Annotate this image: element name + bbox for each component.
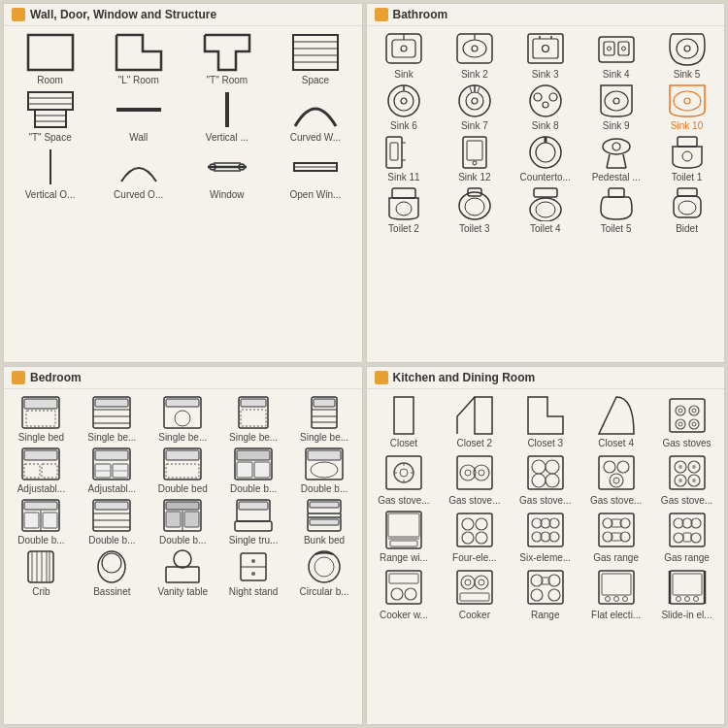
list-item[interactable]: Gas range (653, 510, 720, 563)
item-label: Sink 6 (390, 120, 417, 131)
list-item[interactable]: Sink 2 (441, 32, 508, 80)
list-item[interactable]: Sink 8 (512, 83, 579, 131)
list-item[interactable]: Sink 9 (582, 83, 649, 131)
list-item[interactable]: Flat electi... (582, 567, 649, 620)
svg-point-161 (174, 550, 191, 568)
list-item[interactable]: "T" Space (8, 89, 92, 143)
list-item[interactable]: Six-eleme... (512, 510, 579, 563)
list-item[interactable]: Gas range (582, 510, 649, 563)
list-item[interactable]: Double b... (220, 447, 287, 494)
circular-bed-icon (304, 549, 345, 584)
list-item[interactable]: Range (512, 567, 579, 620)
list-item[interactable]: Sink 5 (653, 32, 720, 80)
list-item[interactable]: Gas stove... (371, 452, 438, 506)
svg-point-252 (548, 575, 560, 586)
svg-rect-179 (386, 456, 421, 489)
list-item[interactable]: Closet 4 (582, 395, 649, 448)
list-item[interactable]: Toilet 3 (441, 186, 508, 234)
item-label: Vanity table (157, 586, 208, 597)
svg-point-253 (531, 589, 543, 601)
svg-rect-123 (237, 462, 252, 478)
list-item[interactable]: Sink 7 (441, 83, 508, 131)
item-label: Sink 3 (532, 69, 559, 80)
list-item[interactable]: Adjustabl... (8, 447, 75, 494)
list-item[interactable]: Window (184, 147, 269, 200)
list-item[interactable]: Space (273, 32, 357, 85)
list-item[interactable]: Bassinet (79, 549, 146, 597)
svg-point-39 (621, 47, 625, 50)
list-item[interactable]: Gas stove... (512, 452, 579, 506)
list-item[interactable]: Double b... (291, 447, 358, 494)
list-item[interactable]: "L" Room (96, 32, 181, 85)
list-item[interactable]: Double b... (149, 498, 216, 546)
list-item[interactable]: Toilet 4 (512, 186, 579, 234)
list-item[interactable]: Toilet 5 (582, 186, 649, 234)
list-item[interactable]: Sink (371, 32, 438, 80)
svg-point-84 (536, 202, 555, 217)
svg-rect-169 (394, 397, 414, 434)
gas-range1-icon (597, 510, 636, 550)
svg-point-195 (546, 474, 559, 487)
list-item[interactable]: Adjustabl... (79, 447, 146, 494)
list-item[interactable]: Vertical O... (8, 147, 92, 200)
list-item[interactable]: Pedestal ... (582, 135, 649, 182)
list-item[interactable]: Curved O... (96, 147, 181, 200)
list-item[interactable]: "T" Room (184, 32, 269, 85)
list-item[interactable]: Single be... (220, 395, 287, 443)
item-label: Crib (32, 586, 50, 597)
list-item[interactable]: Circular b... (291, 549, 358, 597)
list-item[interactable]: Double b... (79, 498, 146, 546)
list-item[interactable]: Toilet 1 (653, 135, 720, 182)
svg-rect-262 (673, 574, 702, 595)
svg-point-193 (546, 460, 559, 474)
list-item[interactable]: Vertical ... (184, 89, 269, 143)
list-item[interactable]: Single tru... (220, 498, 287, 546)
range-icon (526, 567, 565, 608)
list-item[interactable]: Gas stove... (441, 452, 508, 506)
list-item[interactable]: Sink 10 (653, 83, 720, 131)
list-item[interactable]: Bunk bed (291, 498, 358, 546)
list-item[interactable]: Toilet 2 (371, 186, 438, 234)
list-item[interactable]: Single be... (79, 395, 146, 443)
list-item[interactable]: Crib (8, 549, 75, 597)
svg-point-176 (692, 409, 696, 413)
item-label: Gas stove... (378, 495, 429, 506)
list-item[interactable]: Four-ele... (441, 510, 508, 563)
list-item[interactable]: Curved W... (273, 89, 357, 143)
list-item[interactable]: Bidet (653, 186, 720, 234)
list-item[interactable]: Cooker (441, 567, 508, 620)
item-label: Curved W... (290, 132, 341, 143)
list-item[interactable]: Vanity table (149, 549, 216, 597)
list-item[interactable]: Gas stoves (653, 395, 720, 448)
list-item[interactable]: Double b... (8, 498, 75, 546)
list-item[interactable]: Sink 11 (371, 135, 438, 182)
list-item[interactable]: Cooker w... (371, 567, 438, 620)
list-item[interactable]: Room (8, 32, 92, 85)
list-item[interactable]: Slide-in el... (653, 567, 720, 620)
four-element-icon (455, 510, 494, 550)
list-item[interactable]: Gas stove... (582, 452, 649, 506)
svg-rect-142 (184, 512, 199, 527)
list-item[interactable]: Sink 3 (512, 32, 579, 80)
list-item[interactable]: Closet 3 (512, 395, 579, 448)
list-item[interactable]: Closet 2 (441, 395, 508, 448)
item-label: Sink 2 (461, 69, 488, 80)
list-item[interactable]: Double bed (149, 447, 216, 494)
list-item[interactable]: Range wi... (371, 510, 438, 563)
list-item[interactable]: Sink 4 (582, 32, 649, 80)
list-item[interactable]: Sink 12 (441, 135, 508, 182)
bathroom-panel-title: Bathroom (393, 8, 448, 21)
list-item[interactable]: Sink 6 (371, 83, 438, 131)
list-item[interactable]: Night stand (220, 549, 287, 597)
svg-point-56 (605, 91, 628, 111)
list-item[interactable]: Counterto... (512, 135, 579, 182)
list-item[interactable]: Single bed (8, 395, 75, 443)
list-item[interactable]: Gas stove... (653, 452, 720, 506)
list-item[interactable]: Single be... (291, 395, 358, 443)
list-item[interactable]: Open Win... (273, 147, 357, 200)
list-item[interactable]: Closet (371, 395, 438, 448)
svg-point-44 (401, 98, 407, 104)
item-label: "T" Room (206, 75, 248, 85)
list-item[interactable]: Wall (96, 89, 181, 143)
list-item[interactable]: Single be... (149, 395, 216, 443)
